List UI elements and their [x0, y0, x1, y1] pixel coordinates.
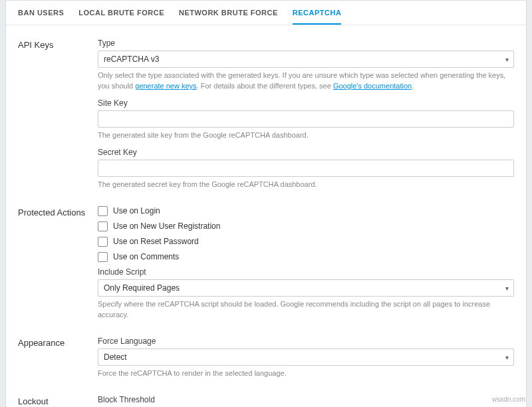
link-generate-new-keys[interactable]: generate new keys	[135, 82, 196, 90]
label-use-on-new-user-registration: Use on New User Registration	[113, 221, 220, 231]
label-include-script: Include Script	[98, 267, 514, 277]
section-title-api-keys: API Keys	[18, 39, 98, 190]
label-use-on-comments: Use on Comments	[113, 252, 179, 261]
tab-recaptcha[interactable]: RECAPTCHA	[293, 1, 342, 25]
label-type: Type	[98, 39, 514, 48]
link-google-documentation[interactable]: Google's documentation	[333, 82, 412, 90]
label-block-threshold: Block Threshold	[98, 395, 514, 404]
checkbox-use-on-new-user-registration[interactable]	[98, 221, 108, 231]
help-include-script: Specify where the reCAPTCHA script shoul…	[98, 299, 514, 321]
section-title-appearance: Appearance	[18, 337, 98, 379]
help-force-language: Force the reCAPTCHA to render in the sel…	[98, 368, 514, 379]
label-secret-key: Secret Key	[98, 148, 514, 157]
section-title-protected-actions: Protected Actions	[18, 206, 98, 321]
input-site-key[interactable]	[98, 110, 514, 128]
select-include-script[interactable]: Only Required Pages	[98, 279, 514, 297]
checkbox-use-on-comments[interactable]	[98, 252, 108, 262]
help-site-key: The generated site key from the Google r…	[98, 130, 514, 141]
section-title-lockout: Lockout	[18, 395, 98, 407]
section-protected-actions: Protected Actions Use on Login Use on Ne…	[18, 201, 514, 327]
section-lockout: Lockout Block Threshold Google reCAPTCHA…	[18, 390, 514, 407]
label-site-key: Site Key	[98, 98, 514, 108]
tab-bar: BAN USERS LOCAL BRUTE FORCE NETWORK BRUT…	[6, 1, 526, 25]
help-type: Only select the type associated with the…	[98, 70, 514, 92]
select-force-language[interactable]: Detect	[98, 348, 514, 366]
label-use-on-reset-password: Use on Reset Password	[113, 237, 199, 246]
help-secret-key: The generated secret key from the Google…	[98, 180, 514, 190]
checkbox-use-on-login[interactable]	[98, 206, 108, 216]
label-use-on-login: Use on Login	[113, 206, 160, 215]
section-api-keys: API Keys Type reCAPTCHA v3 ▾ Only select…	[18, 33, 514, 197]
label-force-language: Force Language	[98, 337, 514, 346]
tab-ban-users[interactable]: BAN USERS	[18, 1, 64, 25]
input-secret-key[interactable]	[98, 160, 514, 177]
section-appearance: Appearance Force Language Detect ▾ Force…	[18, 331, 514, 386]
tab-local-brute-force[interactable]: LOCAL BRUTE FORCE	[78, 1, 164, 25]
checkbox-use-on-reset-password[interactable]	[98, 237, 108, 247]
tab-network-brute-force[interactable]: NETWORK BRUTE FORCE	[179, 1, 278, 25]
select-type[interactable]: reCAPTCHA v3	[98, 51, 514, 68]
